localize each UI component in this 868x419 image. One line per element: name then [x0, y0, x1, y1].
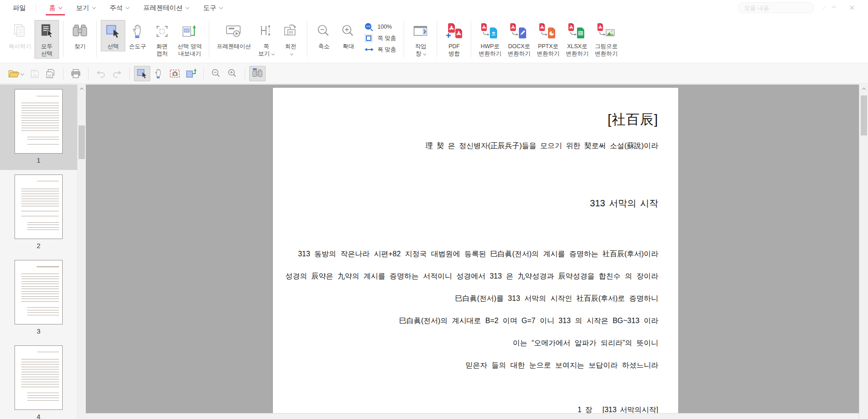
ribbon-divider — [307, 21, 307, 57]
toolbar-divider — [203, 68, 204, 80]
fit-width-button[interactable]: 폭 맞춤 — [364, 45, 396, 54]
presentation-button[interactable]: 프레젠테이션 — [213, 20, 254, 51]
folder-open-icon — [8, 69, 20, 79]
pdf-page[interactable]: [社百辰] 理 契 은 정신병자(正辰兵子)들을 모으기 위한 契로써 소설(蘇… — [272, 87, 679, 417]
scroll-up-icon[interactable] — [862, 88, 866, 91]
hand-tool-label: 손도구 — [129, 43, 146, 50]
pdf-merge-label: PDF 병합 — [449, 43, 460, 57]
print-button[interactable] — [68, 66, 84, 81]
page-thumbnail[interactable] — [15, 260, 63, 324]
convert-docx-button[interactable]: DOCX로 변환하기 — [504, 20, 533, 59]
save-all-icon — [45, 68, 57, 79]
sidebar-scrollbar[interactable] — [77, 85, 86, 419]
menu-annotation-label: 주석 — [110, 4, 123, 12]
rotate-label: 회전 — [285, 43, 296, 55]
find-quick-button[interactable] — [249, 66, 266, 81]
export-selection-quick-button[interactable] — [183, 66, 199, 81]
export-area-icon — [181, 22, 198, 40]
menu-home-label: 홈 — [49, 4, 56, 12]
close-find-button[interactable] — [848, 4, 856, 12]
zoom-100-button[interactable]: 100 100% — [364, 22, 396, 31]
thumbnail-item-3[interactable]: 3 — [0, 255, 77, 341]
rotate-icon — [282, 22, 299, 40]
document-subtitle: 理 契 은 정신병자(正辰兵子)들을 모으기 위한 契로써 소설(蘇說)이라 — [273, 141, 658, 151]
copy-icon — [12, 22, 28, 40]
work-pane-icon — [412, 22, 429, 40]
hand-tool-button[interactable]: 손도구 — [125, 20, 150, 51]
thumbnail-item-1[interactable]: 1 — [0, 85, 77, 170]
pdf-merge-icon — [444, 22, 464, 40]
zoom-in-quick-button[interactable] — [224, 66, 241, 81]
printer-icon — [70, 68, 82, 79]
select-tool-quick-button[interactable] — [134, 66, 150, 81]
thumbnail-item-2[interactable]: 2 — [0, 170, 77, 255]
page-thumbnail[interactable] — [15, 89, 63, 154]
save-all-button[interactable] — [43, 66, 59, 81]
select-tool-button[interactable]: 선택 — [101, 20, 125, 51]
menu-view[interactable]: 보기 — [75, 0, 97, 15]
ribbon-divider — [437, 21, 437, 57]
work-pane-label: 작업 창 — [415, 43, 426, 57]
document-section-heading: 313 서막의 시작 — [273, 197, 658, 210]
document-body: 313 동방의 작은나라 시편+82 지정국 대법원에 등록된 巳白眞(전서)의… — [273, 249, 658, 369]
page-thumbnail[interactable] — [15, 345, 63, 410]
convert-pptx-icon — [538, 22, 558, 40]
zoom-out-label: 축소 — [318, 43, 330, 50]
copy-button[interactable]: 복사하기 — [5, 20, 35, 51]
convert-xlsx-button[interactable]: XLSX로 변환하기 — [562, 20, 592, 59]
page-view-label: 쪽 보기 — [258, 43, 274, 57]
select-all-button[interactable]: 모두 선택 — [35, 20, 59, 59]
convert-hwp-button[interactable]: 호 HWP로 변환하기 — [475, 20, 504, 59]
document-view-area[interactable]: [社百辰] 理 契 은 정신병자(正辰兵子)들을 모으기 위한 契로써 소설(蘇… — [86, 85, 859, 419]
collapse-ribbon-button[interactable] — [830, 4, 838, 12]
page-view-icon — [258, 22, 274, 40]
find-button[interactable]: 찾기 — [68, 20, 92, 51]
save-button[interactable] — [26, 66, 43, 81]
menu-presentation[interactable]: 프레젠테이션 — [142, 0, 190, 15]
horizontal-scrollbar[interactable] — [86, 413, 859, 419]
find-search-box[interactable] — [738, 2, 814, 13]
menu-file[interactable]: 파일 — [8, 0, 30, 15]
undo-button[interactable] — [93, 66, 109, 81]
hand-tool-quick-button[interactable] — [150, 66, 167, 81]
zoom-out-quick-button[interactable] — [208, 66, 224, 81]
vertical-scrollbar[interactable] — [859, 85, 868, 419]
screen-capture-button[interactable]: 화면 캡처 — [150, 20, 174, 59]
search-input[interactable] — [744, 5, 824, 11]
capture-camera-icon — [169, 68, 181, 80]
convert-image-button[interactable]: 그림으로 변환하기 — [592, 20, 621, 59]
open-file-button[interactable] — [5, 66, 22, 81]
work-pane-button[interactable]: 작업 창 — [408, 20, 433, 59]
export-selection-button[interactable]: 선택 영역 내보내기 — [174, 20, 205, 59]
rotate-button[interactable]: 회전 — [278, 20, 303, 57]
binoculars-find-icon — [252, 68, 263, 79]
menu-home[interactable]: 홈 — [48, 0, 63, 15]
fit-page-button[interactable]: 쪽 맞춤 — [364, 34, 396, 43]
page-number: 1 — [0, 156, 77, 164]
pdf-merge-button[interactable]: PDF 병합 — [441, 20, 467, 59]
zoom-in-icon — [340, 22, 356, 40]
document-paragraph: 성경의 辰약은 九약의 계시를 증명하는 서적이니 성경에서 313 은 九약성… — [273, 272, 658, 280]
ribbon-divider — [209, 21, 209, 57]
rotate-label-text: 회전 — [285, 43, 296, 50]
page-thumbnail[interactable] — [15, 175, 63, 239]
scroll-up-icon[interactable] — [80, 88, 84, 91]
screen-capture-quick-button[interactable] — [167, 66, 183, 81]
convert-xlsx-icon — [567, 22, 587, 40]
scrollbar-thumb[interactable] — [861, 95, 867, 135]
hand-icon — [153, 68, 163, 80]
zoom-100-label: 100% — [377, 24, 392, 30]
zoom-in-button[interactable]: 확대 — [336, 20, 360, 51]
redo-icon — [112, 69, 123, 78]
menu-tools[interactable]: 도구 — [202, 0, 224, 15]
thumbnail-sidebar: 1 2 3 — [0, 85, 77, 419]
scrollbar-thumb[interactable] — [79, 125, 85, 159]
convert-pptx-button[interactable]: PPTX로 변환하기 — [533, 20, 562, 59]
zoom-out-icon — [316, 22, 331, 40]
convert-image-label: 그림으로 변환하기 — [595, 43, 617, 57]
zoom-out-button[interactable]: 축소 — [311, 20, 336, 51]
menu-annotation[interactable]: 주석 — [108, 0, 130, 15]
redo-button[interactable] — [109, 66, 125, 81]
thumbnail-item-4[interactable]: 4 — [0, 341, 77, 419]
page-view-button[interactable]: 쪽 보기 — [254, 20, 278, 59]
